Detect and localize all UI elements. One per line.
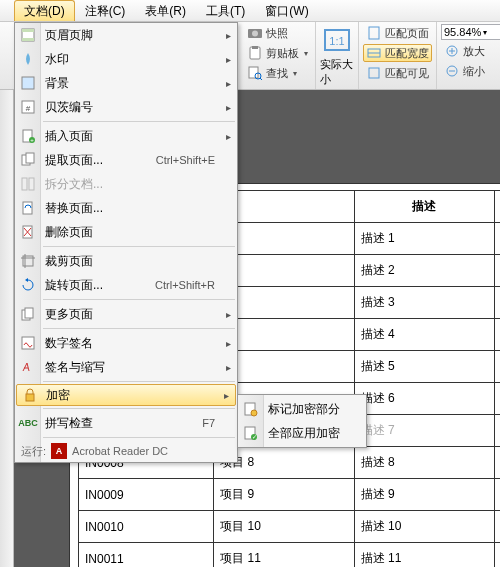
table-cell: 描述 7 bbox=[354, 415, 494, 447]
table-cell: 描述 11 bbox=[354, 543, 494, 568]
mi-replace-pages[interactable]: 替换页面... bbox=[15, 196, 237, 220]
fit-width-button[interactable]: 匹配宽度 bbox=[363, 44, 432, 62]
menu-separator bbox=[43, 299, 235, 300]
menu-separator bbox=[43, 408, 235, 409]
mi-header-footer[interactable]: 页眉页脚 bbox=[15, 23, 237, 47]
mi-label: 旋转页面... bbox=[45, 277, 103, 294]
mi-split-doc: 拆分文档... bbox=[15, 172, 237, 196]
mi-more-pages[interactable]: 更多页面 bbox=[15, 302, 237, 326]
svg-rect-43 bbox=[26, 394, 34, 401]
zoom-out-button[interactable]: 缩小 bbox=[441, 62, 500, 80]
table-cell: 描述 8 bbox=[354, 447, 494, 479]
mi-label: 签名与缩写 bbox=[45, 359, 105, 376]
zoom-out-label: 缩小 bbox=[463, 64, 485, 79]
table-cell: 描述 3 bbox=[354, 287, 494, 319]
replace-page-icon bbox=[19, 199, 37, 217]
zoom-input[interactable]: 95.84% bbox=[441, 24, 500, 40]
svg-line-6 bbox=[260, 78, 262, 80]
table-cell: 续订 bbox=[495, 351, 500, 383]
smi-label: 全部应用加密 bbox=[268, 425, 340, 442]
svg-rect-22 bbox=[22, 77, 34, 89]
svg-rect-31 bbox=[29, 178, 34, 190]
smi-mark-encrypt[interactable]: 标记加密部分 bbox=[238, 397, 366, 421]
zoom-in-button[interactable]: 放大 bbox=[441, 42, 500, 60]
table-cell: 描述 1 bbox=[354, 223, 494, 255]
table-row: IN0010项目 10描述 10续订 bbox=[79, 511, 501, 543]
shortcut: Ctrl+Shift+E bbox=[156, 154, 215, 166]
mi-label: 背景 bbox=[45, 75, 69, 92]
menu-separator bbox=[43, 381, 235, 382]
smi-apply-all[interactable]: ✓全部应用加密 bbox=[238, 421, 366, 445]
fit-width-label: 匹配宽度 bbox=[385, 46, 429, 61]
clipboard-label: 剪贴板 bbox=[266, 46, 299, 61]
actual-size-button[interactable]: 1:1 bbox=[320, 24, 354, 55]
svg-rect-21 bbox=[22, 38, 34, 41]
mi-delete-pages[interactable]: 删除页面 bbox=[15, 220, 237, 244]
fit-page-button[interactable]: 匹配页面 bbox=[363, 24, 432, 42]
table-cell: 描述 5 bbox=[354, 351, 494, 383]
table-cell: 续订 bbox=[495, 479, 500, 511]
mi-sign-squeeze[interactable]: 签名与缩写 bbox=[15, 355, 237, 379]
shortcut: F7 bbox=[202, 417, 215, 429]
svg-rect-9 bbox=[369, 27, 379, 39]
mi-bates[interactable]: #贝茨编号 bbox=[15, 95, 237, 119]
mi-extract-pages[interactable]: 提取页面...Ctrl+Shift+E bbox=[15, 148, 237, 172]
mi-run-adobe[interactable]: 运行:AAcrobat Reader DC bbox=[15, 440, 237, 462]
mi-crop-pages[interactable]: 裁剪页面 bbox=[15, 249, 237, 273]
fit-page-label: 匹配页面 bbox=[385, 26, 429, 41]
zoom-value: 95.84% bbox=[444, 26, 481, 38]
find-label: 查找 bbox=[266, 66, 288, 81]
snapshot-button[interactable]: 快照 bbox=[244, 24, 311, 42]
zoom-out-icon bbox=[444, 63, 460, 79]
clipboard-icon bbox=[247, 45, 263, 61]
mi-label: 提取页面... bbox=[45, 152, 103, 169]
table-cell: 描述 2 bbox=[354, 255, 494, 287]
mi-background[interactable]: 背景 bbox=[15, 71, 237, 95]
mi-spell-check[interactable]: ABC拼写检查F7 bbox=[15, 411, 237, 435]
find-button[interactable]: 查找 bbox=[244, 64, 311, 82]
menu-window[interactable]: 窗口(W) bbox=[255, 0, 318, 21]
mi-insert-pages[interactable]: +插入页面 bbox=[15, 124, 237, 148]
mi-label: 更多页面 bbox=[45, 306, 93, 323]
shortcut: Ctrl+Shift+R bbox=[155, 279, 215, 291]
table-row: IN0009项目 9描述 9续订 bbox=[79, 479, 501, 511]
menu-document[interactable]: 文档(D) bbox=[14, 0, 75, 21]
clipboard-button[interactable]: 剪贴板 bbox=[244, 44, 311, 62]
svg-rect-29 bbox=[26, 153, 34, 163]
delete-page-icon bbox=[19, 223, 37, 241]
find-icon bbox=[247, 65, 263, 81]
split-icon bbox=[19, 175, 37, 193]
crop-icon bbox=[19, 252, 37, 270]
rotate-icon bbox=[19, 276, 37, 294]
mi-encrypt[interactable]: 加密 bbox=[16, 384, 236, 406]
svg-text:✓: ✓ bbox=[252, 434, 257, 440]
fit-visible-label: 匹配可见 bbox=[385, 66, 429, 81]
fit-visible-button[interactable]: 匹配可见 bbox=[363, 64, 432, 82]
mi-watermark[interactable]: 水印 bbox=[15, 47, 237, 71]
fit-page-icon bbox=[366, 25, 382, 41]
adobe-label: Acrobat Reader DC bbox=[72, 445, 168, 457]
mi-label: 加密 bbox=[46, 387, 70, 404]
actual-size-label: 实际大小 bbox=[320, 57, 354, 87]
mark-encrypt-icon bbox=[242, 400, 260, 418]
table-cell: IN0011 bbox=[79, 543, 214, 568]
fit-visible-icon bbox=[366, 65, 382, 81]
menu-comment[interactable]: 注释(C) bbox=[75, 0, 136, 21]
apply-all-icon: ✓ bbox=[242, 424, 260, 442]
svg-rect-40 bbox=[25, 308, 33, 318]
menu-form[interactable]: 表单(R) bbox=[135, 0, 196, 21]
menu-tools[interactable]: 工具(T) bbox=[196, 0, 255, 21]
table-cell: 描述 6 bbox=[354, 383, 494, 415]
svg-rect-20 bbox=[22, 29, 34, 32]
watermark-icon bbox=[19, 50, 37, 68]
table-cell: 续订 bbox=[495, 543, 500, 568]
table-cell: 续订 bbox=[495, 287, 500, 319]
menu-separator bbox=[43, 246, 235, 247]
mi-digital-sign[interactable]: 数字签名 bbox=[15, 331, 237, 355]
mi-rotate-pages[interactable]: 旋转页面...Ctrl+Shift+R bbox=[15, 273, 237, 297]
lock-icon bbox=[21, 386, 39, 404]
table-cell: 描述 4 bbox=[354, 319, 494, 351]
menubar: 文档(D) 注释(C) 表单(R) 工具(T) 窗口(W) bbox=[0, 0, 500, 22]
svg-rect-41 bbox=[22, 337, 34, 349]
svg-text:+: + bbox=[30, 137, 34, 143]
